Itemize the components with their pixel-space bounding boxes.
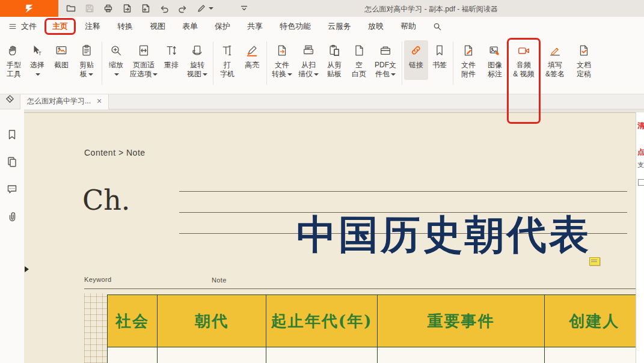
tab-close-icon[interactable]: × <box>97 97 102 105</box>
select-button[interactable]: T 选择 <box>25 40 49 80</box>
table-header-row: 社会 朝代 起止年代(年) 重要事件 创建人 <box>108 295 644 347</box>
button-label: 剪贴 <box>79 61 94 69</box>
hand-tool-button[interactable]: 手型工具 <box>2 40 25 80</box>
menu-tab-protect[interactable]: 保护 <box>206 17 239 36</box>
save-icon[interactable] <box>85 4 94 13</box>
file-attachment-button[interactable]: 文件附件 <box>455 40 482 80</box>
menu-tab-share[interactable]: 共享 <box>239 17 271 36</box>
button-label: 选择 <box>30 61 44 69</box>
menu-tab-label: 特色功能 <box>280 22 311 31</box>
reflow-button[interactable]: 重排 <box>159 40 183 80</box>
button-label: 件包 <box>375 70 390 78</box>
from-scanner-button[interactable]: 从扫描仪 <box>295 40 322 80</box>
button-label: 填写 <box>548 61 562 69</box>
foxit-logo-icon[interactable] <box>0 0 58 17</box>
button-label: 定稿 <box>577 70 591 78</box>
panel-expand-arrow-icon[interactable] <box>25 266 29 272</box>
dropdown-caret <box>153 73 158 76</box>
table-header-cell: 创建人 <box>545 295 644 347</box>
ribbon-toolbar: 手型工具 T 选择 截图 剪贴板 缩放 页面适应选项 重排 旋转视图 打字机 高… <box>0 36 644 94</box>
panel-label-3: 支 <box>637 160 644 169</box>
print-icon[interactable] <box>103 4 113 13</box>
table-header-cell: 起止年代(年) <box>266 295 377 347</box>
menu-tab-present[interactable]: 放映 <box>360 17 392 36</box>
note-label: Note <box>212 276 227 284</box>
open-file-icon[interactable] <box>66 4 76 13</box>
pdf-page[interactable]: Content > Note Ch. 中国历史朝代表 Keyword Note … <box>24 112 644 363</box>
ribbon-separator <box>102 41 102 85</box>
button-label: 板 <box>80 70 87 78</box>
doc-finalize-icon <box>577 41 590 59</box>
document-title: 中国历史朝代表 <box>269 208 618 262</box>
bookmarks-panel-icon[interactable] <box>0 129 24 143</box>
bookmark-button[interactable]: 书签 <box>428 40 451 80</box>
menu-tab-help[interactable]: 帮助 <box>392 17 425 36</box>
new-doc-icon[interactable] <box>141 4 150 13</box>
button-label: 字机 <box>220 70 235 78</box>
undo-icon[interactable] <box>159 4 169 13</box>
menu-tab-form[interactable]: 表单 <box>174 17 206 36</box>
fill-sign-button[interactable]: 填写&签名 <box>539 40 571 80</box>
rotate-view-button[interactable]: 旋转视图 <box>183 40 211 80</box>
redo-icon[interactable] <box>178 4 188 13</box>
menu-tab-convert[interactable]: 转换 <box>109 17 141 36</box>
snapshot-button[interactable]: 截图 <box>49 40 73 80</box>
dropdown-caret <box>314 73 319 76</box>
from-clipboard-button[interactable]: 从剪贴板 <box>322 40 347 80</box>
attachments-panel-icon[interactable] <box>0 210 24 224</box>
pages-panel-icon[interactable] <box>0 156 24 170</box>
search-icon[interactable] <box>433 22 442 31</box>
button-label: 文档 <box>577 61 591 69</box>
fill-sign-icon <box>548 41 562 59</box>
menu-tab-label: 帮助 <box>400 22 416 31</box>
panel-checkbox[interactable] <box>638 179 644 186</box>
table-header-cell: 重要事件 <box>377 295 545 347</box>
menu-tab-label: 主页 <box>52 22 68 31</box>
customize-toolbar-icon[interactable] <box>239 4 249 13</box>
annotation-tool-icon[interactable] <box>197 4 213 13</box>
menu-tab-comment[interactable]: 注释 <box>76 17 109 36</box>
zoom-button[interactable]: 缩放 <box>104 40 128 80</box>
pdf-package-icon <box>379 41 392 59</box>
button-label: 打 <box>224 61 231 69</box>
button-label: 图像 <box>488 61 502 69</box>
link-icon <box>409 41 423 59</box>
ribbon-separator <box>453 41 453 85</box>
document-tab[interactable]: 怎么面对高中学习... × <box>20 92 109 109</box>
menu-tab-label: 保护 <box>215 22 230 31</box>
pdf-portfolio-button[interactable]: PDF文件包 <box>371 40 400 80</box>
blank-page-button[interactable]: 空白页 <box>347 40 371 80</box>
typewriter-button[interactable]: 打字机 <box>215 40 239 80</box>
export-doc-icon[interactable] <box>122 4 132 13</box>
file-convert-button[interactable]: 文件转换 <box>269 40 295 80</box>
file-menu-button[interactable]: 文件 <box>0 21 44 32</box>
link-button[interactable]: 链接 <box>404 40 428 80</box>
clipboard-button[interactable]: 剪贴板 <box>73 40 100 80</box>
clipboard-icon <box>80 41 93 59</box>
ribbon-separator <box>213 41 213 85</box>
menu-tab-home[interactable]: 主页 <box>44 17 76 36</box>
menu-tab-label: 共享 <box>247 22 263 31</box>
menu-tab-features[interactable]: 特色功能 <box>271 17 319 36</box>
menu-tab-view[interactable]: 视图 <box>141 17 174 36</box>
sticky-note-annotation-icon[interactable] <box>589 257 600 266</box>
button-label: 贴板 <box>327 70 342 78</box>
quick-access-toolbar <box>66 4 249 13</box>
dropdown-caret <box>203 73 207 76</box>
right-side-panel[interactable]: 清 点 支 <box>636 112 644 363</box>
snapshot-icon <box>55 41 68 59</box>
doc-finalize-button[interactable]: 文档定稿 <box>571 40 597 80</box>
bookmark-icon <box>433 41 446 59</box>
ruled-line <box>84 288 636 289</box>
table-header-cell: 社会 <box>108 295 158 347</box>
audio-video-button[interactable]: 音频& 视频 <box>508 40 539 80</box>
button-label: 转换 <box>272 70 286 78</box>
highlight-button[interactable]: 高亮 <box>239 40 265 80</box>
button-label: 文件 <box>275 61 289 69</box>
comments-panel-icon[interactable] <box>0 183 24 197</box>
from-clipboard-icon <box>328 41 341 59</box>
menu-tab-cloud[interactable]: 云服务 <box>319 17 360 36</box>
blank-page-icon <box>352 41 366 59</box>
page-fit-button[interactable]: 页面适应选项 <box>128 40 159 80</box>
image-annotation-button[interactable]: 图像标注 <box>482 40 508 80</box>
